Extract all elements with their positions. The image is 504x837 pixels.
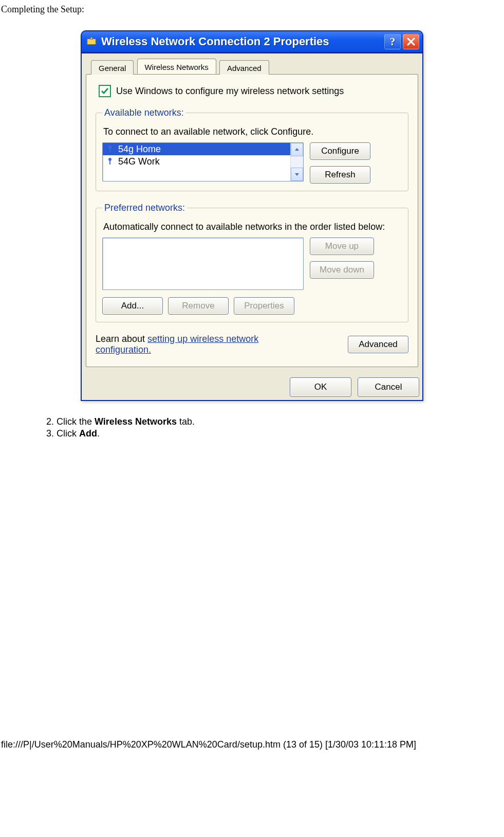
available-legend: Available networks: [102, 107, 186, 118]
move-up-button[interactable]: Move up [310, 238, 374, 255]
ok-button[interactable]: OK [290, 377, 351, 397]
svg-rect-1 [90, 38, 92, 40]
close-button[interactable] [403, 34, 419, 49]
add-button[interactable]: Add... [102, 297, 163, 315]
window-icon [86, 36, 97, 47]
window-title: Wireless Network Connection 2 Properties [101, 35, 329, 48]
refresh-button[interactable]: Refresh [310, 166, 370, 184]
help-button[interactable]: ? [384, 34, 401, 49]
remove-button[interactable]: Remove [168, 297, 229, 315]
footer-path: file:///P|/User%20Manuals/HP%20XP%20WLAN… [0, 737, 504, 756]
svg-rect-3 [109, 148, 110, 152]
cancel-button[interactable]: Cancel [358, 377, 419, 397]
properties-dialog: Wireless Network Connection 2 Properties… [81, 30, 423, 401]
titlebar[interactable]: Wireless Network Connection 2 Properties… [82, 31, 422, 52]
page-heading: Completing the Setup: [0, 0, 504, 15]
preferred-networks-group: Preferred networks: Automatically connec… [96, 203, 408, 322]
tab-general[interactable]: General [91, 60, 134, 75]
scroll-up-icon[interactable] [291, 143, 303, 156]
instruction-step: Click the Wireless Networks tab. [57, 416, 504, 427]
available-desc: To connect to an available network, clic… [103, 126, 402, 137]
preferred-desc: Automatically connect to available netwo… [103, 222, 402, 232]
use-windows-checkbox[interactable] [99, 85, 111, 97]
network-icon [106, 157, 114, 166]
configure-button[interactable]: Configure [310, 142, 370, 160]
available-networks-group: Available networks: To connect to an ava… [96, 107, 408, 191]
svg-rect-5 [109, 160, 110, 165]
tab-wireless-networks[interactable]: Wireless Networks [137, 59, 216, 74]
preferred-networks-list[interactable] [102, 238, 304, 290]
list-item[interactable]: 54g Home [103, 143, 290, 155]
properties-button[interactable]: Properties [234, 297, 294, 315]
preferred-legend: Preferred networks: [102, 203, 187, 213]
use-windows-label: Use Windows to configure my wireless net… [116, 86, 344, 97]
tab-strip: General Wireless Networks Advanced [91, 59, 419, 74]
advanced-button[interactable]: Advanced [348, 336, 408, 353]
list-item[interactable]: 54G Work [103, 155, 290, 168]
tab-panel: Use Windows to configure my wireless net… [86, 74, 418, 367]
svg-rect-0 [87, 39, 96, 45]
available-networks-list[interactable]: 54g Home 54G Work [102, 142, 304, 181]
move-down-button[interactable]: Move down [310, 261, 374, 279]
instruction-step: Click Add. [57, 428, 504, 439]
scrollbar[interactable] [290, 143, 303, 181]
instruction-list: Click the Wireless Networks tab. Click A… [0, 416, 504, 439]
learn-text: Learn about setting up wireless network … [96, 334, 291, 355]
network-icon [106, 145, 114, 153]
tab-advanced[interactable]: Advanced [219, 60, 269, 75]
network-name: 54g Home [118, 144, 161, 155]
scroll-down-icon[interactable] [291, 168, 303, 181]
network-name: 54G Work [118, 156, 160, 167]
